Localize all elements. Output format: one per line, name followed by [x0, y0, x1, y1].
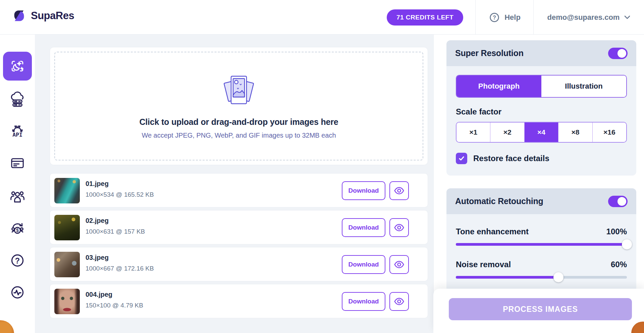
sidebar-item-billing[interactable] [0, 154, 35, 172]
retouching-header: Automatic Retouching [446, 188, 636, 214]
upload-dropzone[interactable]: Click to upload or drag-and-drop your im… [54, 52, 423, 160]
app-window: SupaRes 71 CREDITS LEFT ? Help demo@supa… [0, 0, 644, 333]
file-thumbnail[interactable] [54, 178, 80, 203]
svg-text:?: ? [493, 14, 496, 20]
upload-headline: Click to upload or drag-and-drop your im… [139, 117, 338, 127]
mode-option-illustration[interactable]: Illustration [541, 76, 626, 97]
noise-value: 60% [611, 260, 627, 269]
retouching-title: Automatic Retouching [455, 196, 543, 206]
team-icon [9, 188, 26, 205]
credits-badge[interactable]: 71 CREDITS LEFT [387, 9, 463, 26]
download-button[interactable]: Download [342, 292, 385, 311]
preview-button[interactable] [389, 292, 409, 311]
file-row: 004.jpeg 150×100 @ 4.79 KB Download [50, 284, 428, 318]
tone-label: Tone enhancement [456, 227, 529, 236]
super-resolution-toggle[interactable] [608, 48, 628, 59]
download-button[interactable]: Download [342, 218, 385, 237]
download-button[interactable]: Download [342, 255, 385, 274]
account-email: demo@supares.com [547, 13, 620, 22]
file-meta: 150×100 @ 4.79 KB [86, 302, 143, 309]
eye-icon [394, 224, 405, 232]
svg-text:API: API [12, 132, 22, 138]
billing-card-icon [9, 155, 26, 172]
preview-button[interactable] [389, 255, 409, 274]
logo-mark-icon [12, 9, 26, 23]
mode-option-photograph[interactable]: Photograph [457, 76, 541, 97]
account-menu[interactable]: demo@supares.com [534, 0, 644, 35]
help-question-icon: ? [488, 11, 500, 23]
file-thumbnail[interactable] [54, 215, 80, 240]
file-name: 03.jpeg [86, 254, 109, 261]
tone-slider-knob[interactable] [622, 239, 632, 249]
top-header: SupaRes 71 CREDITS LEFT ? Help demo@supa… [0, 0, 644, 35]
chevron-down-icon [624, 15, 630, 19]
retouching-card: Automatic Retouching Tone enhancement 10… [446, 188, 636, 302]
eye-icon [394, 187, 405, 195]
status-pulse-icon [9, 284, 26, 301]
file-name: 01.jpeg [86, 180, 109, 188]
upload-subtext: We accept JPEG, PNG, WebP, and GIF image… [142, 132, 336, 139]
tone-slider[interactable] [456, 243, 627, 246]
noise-slider-fill [456, 276, 558, 279]
sidebar-nav: API [0, 35, 35, 333]
download-button[interactable]: Download [342, 181, 385, 200]
super-resolution-card: Super Resolution Photograph Illustration… [446, 40, 636, 176]
sidebar-item-status[interactable] [0, 284, 35, 301]
refund-dollar-icon: $ [9, 220, 26, 237]
toggle-knob [618, 197, 626, 206]
logo[interactable]: SupaRes [12, 9, 74, 23]
help-label: Help [504, 13, 521, 22]
tone-slider-fill [456, 243, 627, 246]
scale-factor-label: Scale factor [456, 107, 627, 116]
svg-text:$: $ [16, 228, 19, 233]
sidebar-item-enhance[interactable] [3, 52, 32, 81]
eye-icon [394, 297, 405, 305]
noise-label: Noise removal [456, 260, 511, 269]
help-button[interactable]: ? Help [476, 0, 533, 35]
file-meta: 1000×534 @ 165.52 KB [86, 191, 154, 198]
sidebar-item-storage[interactable] [0, 91, 35, 108]
scale-option-x2[interactable]: ×2 [490, 123, 524, 142]
preview-button[interactable] [389, 181, 409, 200]
settings-panel: Super Resolution Photograph Illustration… [433, 35, 644, 333]
help-circle-icon: ? [9, 252, 26, 269]
sidebar-item-api[interactable]: API [0, 123, 35, 140]
sidebar-item-refunds[interactable]: $ [0, 220, 35, 237]
file-meta: 1000×631 @ 157 KB [86, 228, 145, 235]
restore-face-checkbox[interactable] [456, 153, 467, 164]
sidebar-item-team[interactable] [0, 188, 35, 205]
logo-text: SupaRes [31, 10, 74, 22]
file-thumbnail[interactable] [54, 289, 80, 314]
tone-slider-row: Tone enhancement 100% [456, 227, 627, 236]
scale-option-x8[interactable]: ×8 [558, 123, 592, 142]
file-row: 02.jpeg 1000×631 @ 157 KB Download [50, 210, 428, 244]
scale-option-x4[interactable]: ×4 [525, 123, 558, 142]
file-thumbnail[interactable] [54, 252, 80, 277]
sidebar-item-help[interactable]: ? [0, 252, 35, 269]
file-name: 02.jpeg [86, 217, 109, 225]
super-resolution-header: Super Resolution [446, 40, 636, 66]
noise-slider-knob[interactable] [553, 272, 564, 282]
process-images-button[interactable]: PROCESS IMAGES [449, 298, 632, 320]
scale-option-x16[interactable]: ×16 [593, 123, 626, 142]
file-row: 03.jpeg 1000×667 @ 172.16 KB Download [50, 247, 428, 281]
scale-option-x1[interactable]: ×1 [457, 123, 490, 142]
enhance-sparkle-icon [9, 58, 25, 74]
super-resolution-title: Super Resolution [455, 48, 524, 58]
preview-button[interactable] [389, 218, 409, 237]
toggle-knob [618, 49, 626, 58]
super-resolution-body: Photograph Illustration Scale factor ×1 … [446, 66, 636, 176]
file-meta: 1000×667 @ 172.16 KB [86, 265, 154, 272]
file-name: 004.jpeg [86, 291, 112, 298]
upload-card: Click to upload or drag-and-drop your im… [50, 47, 428, 165]
mode-segmented-control: Photograph Illustration [456, 75, 627, 98]
restore-face-label: Restore face details [473, 154, 549, 163]
retouching-toggle[interactable] [608, 196, 628, 207]
photos-stack-icon [217, 73, 260, 107]
cloud-storage-icon [9, 91, 26, 108]
scale-factor-group: ×1 ×2 ×4 ×8 ×16 [456, 122, 627, 143]
file-row: 01.jpeg 1000×534 @ 165.52 KB Download [50, 173, 428, 207]
eye-icon [394, 260, 405, 269]
svg-text:?: ? [15, 256, 20, 265]
noise-slider[interactable] [456, 276, 627, 279]
